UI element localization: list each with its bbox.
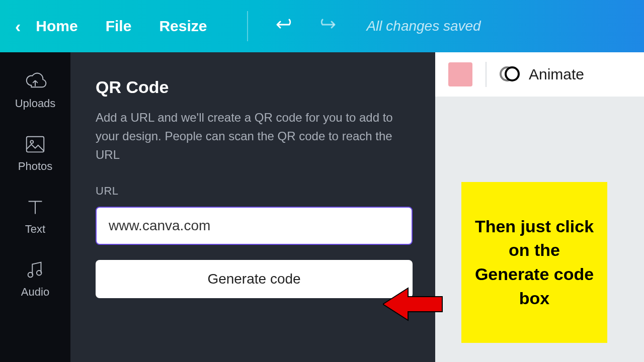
svg-rect-0 bbox=[27, 137, 44, 152]
redo-icon[interactable] bbox=[318, 17, 339, 36]
back-chevron-icon[interactable]: ‹ bbox=[15, 17, 21, 36]
rail-uploads[interactable]: Uploads bbox=[15, 70, 56, 110]
url-field-label: URL bbox=[96, 185, 415, 198]
separator bbox=[486, 62, 487, 87]
url-input[interactable] bbox=[96, 207, 413, 245]
canvas-toolbar: Animate bbox=[435, 52, 644, 97]
save-status: All changes saved bbox=[366, 18, 480, 34]
separator bbox=[247, 11, 248, 41]
generate-code-button[interactable]: Generate code bbox=[96, 260, 413, 298]
panel-title: QR Code bbox=[96, 77, 415, 97]
animate-button[interactable]: Animate bbox=[500, 64, 584, 84]
text-icon bbox=[24, 196, 47, 219]
nav-home[interactable]: Home bbox=[36, 18, 77, 35]
panel-description: Add a URL and we'll create a QR code for… bbox=[96, 108, 397, 164]
photo-icon bbox=[24, 133, 47, 156]
cloud-upload-icon bbox=[24, 70, 47, 93]
svg-point-2 bbox=[28, 273, 33, 278]
animate-icon bbox=[500, 64, 520, 84]
rail-label: Photos bbox=[18, 160, 53, 173]
nav-file[interactable]: File bbox=[106, 18, 132, 35]
side-rail: Uploads Photos Text Audio bbox=[0, 52, 70, 362]
svg-point-1 bbox=[30, 140, 33, 143]
nav-resize[interactable]: Resize bbox=[159, 18, 207, 35]
annotation-note: Then just click on the Generate code box bbox=[461, 182, 607, 343]
rail-label: Text bbox=[25, 223, 45, 236]
audio-icon bbox=[24, 258, 47, 282]
color-swatch[interactable] bbox=[448, 62, 472, 86]
rail-audio[interactable]: Audio bbox=[21, 258, 49, 299]
rail-text[interactable]: Text bbox=[24, 196, 47, 236]
undo-icon[interactable] bbox=[273, 17, 293, 36]
animate-label: Animate bbox=[529, 66, 584, 83]
rail-label: Audio bbox=[21, 286, 49, 299]
rail-photos[interactable]: Photos bbox=[18, 133, 53, 173]
rail-label: Uploads bbox=[15, 97, 56, 110]
top-toolbar: ‹ Home File Resize All changes saved bbox=[0, 0, 644, 52]
qr-code-panel: QR Code Add a URL and we'll create a QR … bbox=[70, 52, 435, 362]
